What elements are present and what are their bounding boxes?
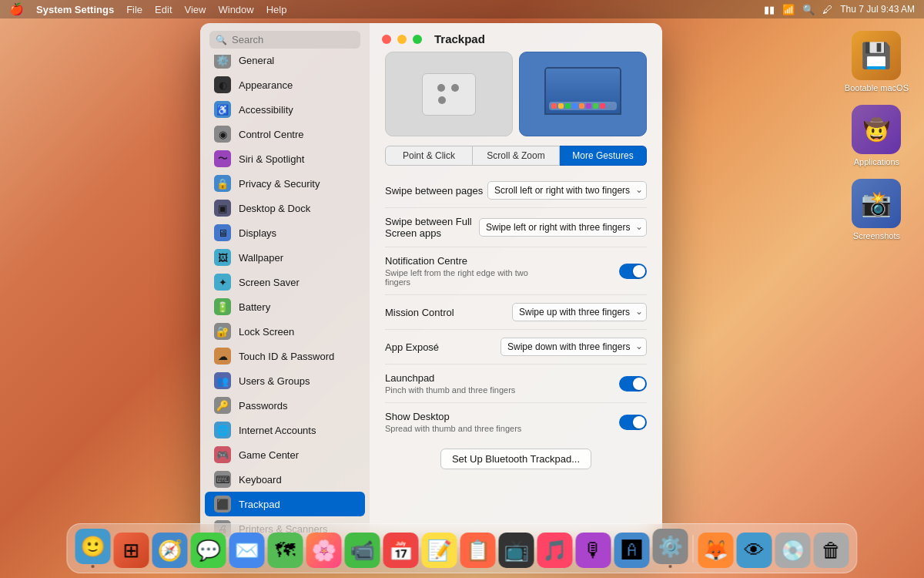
sidebar-item-lock-screen[interactable]: 🔐Lock Screen [205,319,365,344]
sidebar-search-input[interactable] [232,34,354,45]
sidebar-item-desktop-dock[interactable]: ▣Desktop & Dock [205,196,365,220]
sidebar-item-keyboard[interactable]: ⌨Keyboard [205,467,365,492]
desktop-icon-applications[interactable]: 🤠 Applications [852,105,901,166]
selector-wrapper-mission-control: Swipe up with three fingersSwipe up with… [512,303,647,321]
sidebar-item-trackpad[interactable]: ⬛Trackpad [205,492,365,516]
desktop-icon-bootable[interactable]: 💾 Bootable macOS [845,31,909,92]
photos-dock-icon: 🌸 [306,533,342,568]
dock-item-launchpad[interactable]: ⊞ [114,533,149,568]
displays-icon: 🖥 [214,224,231,241]
dock-item-reminders[interactable]: 📋 [460,533,496,568]
gesture-label-swipe-fullscreen: Swipe between Full Screen apps [385,216,479,239]
toggle-show-desktop[interactable] [619,415,647,430]
gesture-label-group-mission-control: Mission Control [385,307,454,318]
tab-point-click[interactable]: Point & Click [385,146,473,166]
dock-item-calendar[interactable]: 📅 [383,533,419,568]
dock-item-disk-utility[interactable]: 💿 [775,533,811,568]
menubar-edit[interactable]: Edit [155,4,172,15]
dock-item-preview[interactable]: 👁 [737,533,772,568]
dock-item-appstore[interactable]: 🅰 [614,533,650,568]
dock-item-appletv[interactable]: 📺 [499,533,534,568]
selector-app-expose[interactable]: Swipe down with three fingersSwipe down … [500,338,647,356]
screenshots-label: Screenshots [853,231,900,240]
apple-menu[interactable]: 🍎 [9,2,24,16]
sidebar-item-users-groups[interactable]: 👥Users & Groups [205,368,365,393]
dock-item-safari[interactable]: 🧭 [152,533,188,568]
minimize-button[interactable] [397,35,407,44]
sidebar-label-displays: Displays [239,227,276,239]
passwords-icon: 🔑 [214,397,231,414]
bluetooth-trackpad-button[interactable]: Set Up Bluetooth Trackpad... [440,449,591,469]
sidebar-label-internet-accounts: Internet Accounts [239,425,316,436]
sidebar-item-accessibility[interactable]: ♿Accessibility [205,97,365,122]
wifi-icon: 📶 [782,4,795,15]
sidebar-item-control-centre[interactable]: ◉Control Centre [205,122,365,146]
maps-dock-icon: 🗺 [268,533,303,568]
selector-mission-control[interactable]: Swipe up with three fingersSwipe up with… [512,303,647,321]
menubar-file[interactable]: File [126,4,142,15]
dock-item-notes[interactable]: 📝 [422,533,457,568]
dock-item-messages[interactable]: 💬 [191,533,226,568]
menubar-help[interactable]: Help [266,4,287,15]
toggle-launchpad[interactable] [619,376,647,391]
sidebar-item-game-center[interactable]: 🎮Game Center [205,442,365,467]
gesture-row-app-expose: App ExposéSwipe down with three fingersS… [385,330,647,365]
sidebar-item-touch-id[interactable]: ☁Touch ID & Password [205,344,365,368]
laptop-dock-dot-3 [565,103,571,109]
dock-item-system-settings[interactable]: ⚙️ [653,529,688,568]
desktop-icon-screenshots[interactable]: 📸 Screenshots [852,179,901,240]
dock-item-mail[interactable]: ✉️ [229,533,265,568]
sidebar-item-appearance[interactable]: ◐Appearance [205,72,365,97]
wallpaper-icon: 🖼 [214,249,231,266]
selector-swipe-pages[interactable]: Scroll left or right with two fingersSwi… [487,181,647,200]
dock-item-facetime[interactable]: 📹 [345,533,380,568]
close-button[interactable] [382,35,391,44]
sidebar-item-siri-spotlight[interactable]: 〜Siri & Spotlight [205,146,365,171]
menubar-view[interactable]: View [185,4,206,15]
siri-icon[interactable]: 🖊 [822,4,832,15]
facetime-dock-icon: 📹 [345,533,380,568]
sidebar-item-wallpaper[interactable]: 🖼Wallpaper [205,245,365,270]
sidebar-label-trackpad: Trackpad [239,499,280,510]
maximize-button[interactable] [413,35,422,44]
dock-item-photos[interactable]: 🌸 [306,533,342,568]
tab-more-gestures[interactable]: More Gestures [560,146,647,166]
desktop-dock-icon: ▣ [214,200,231,217]
dock-item-music[interactable]: 🎵 [537,533,573,568]
toggle-notification-centre[interactable] [619,264,647,279]
dock-item-maps[interactable]: 🗺 [268,533,303,568]
dock-item-trash[interactable]: 🗑 [814,533,849,568]
trackpad-card-light [385,52,513,136]
laptop-dock-dot-1 [551,103,557,109]
sidebar-item-screen-saver[interactable]: ✦Screen Saver [205,270,365,294]
trackpad-dot-1 [437,84,445,92]
menubar-window[interactable]: Window [218,4,253,15]
sidebar-label-passwords: Passwords [239,400,288,412]
tab-scroll-zoom[interactable]: Scroll & Zoom [473,146,560,166]
laptop-dock-dot-8 [600,103,605,109]
dock-item-firefox[interactable]: 🦊 [698,533,734,568]
sidebar-item-general[interactable]: ⚙️General [205,55,365,72]
sidebar-item-passwords[interactable]: 🔑Passwords [205,393,365,418]
menubar-left: 🍎 System Settings File Edit View Window … [9,2,286,16]
trackpad-dots [437,84,460,104]
battery-icon: ▮▮ [764,4,775,15]
settings-area: Swipe between pagesScroll left or right … [370,173,662,547]
selector-wrapper-app-expose: Swipe down with three fingersSwipe down … [500,338,647,356]
sidebar-item-battery[interactable]: 🔋Battery [205,294,365,319]
search-menu-icon[interactable]: 🔍 [802,4,815,15]
sidebar-item-displays[interactable]: 🖥Displays [205,220,365,245]
gesture-label-app-expose: App Exposé [385,341,439,353]
search-box[interactable]: 🔍 [209,31,360,49]
dock-item-podcasts[interactable]: 🎙 [576,533,611,568]
sidebar-item-privacy-security[interactable]: 🔒Privacy & Security [205,171,365,196]
sidebar-item-internet-accounts[interactable]: 🌐Internet Accounts [205,418,365,442]
dock-item-finder[interactable]: 🙂 [75,529,111,568]
trackpad-icon: ⬛ [214,496,231,512]
gesture-sublabel-notification-centre: Swipe left from the right edge with two … [385,268,529,287]
gesture-row-show-desktop: Show DesktopSpread with thumb and three … [385,403,647,441]
gesture-label-group-swipe-fullscreen: Swipe between Full Screen apps [385,216,479,239]
screen-saver-icon: ✦ [214,274,231,291]
menubar-app-name[interactable]: System Settings [36,4,114,15]
selector-swipe-fullscreen[interactable]: Swipe left or right with three fingersSw… [479,218,647,237]
